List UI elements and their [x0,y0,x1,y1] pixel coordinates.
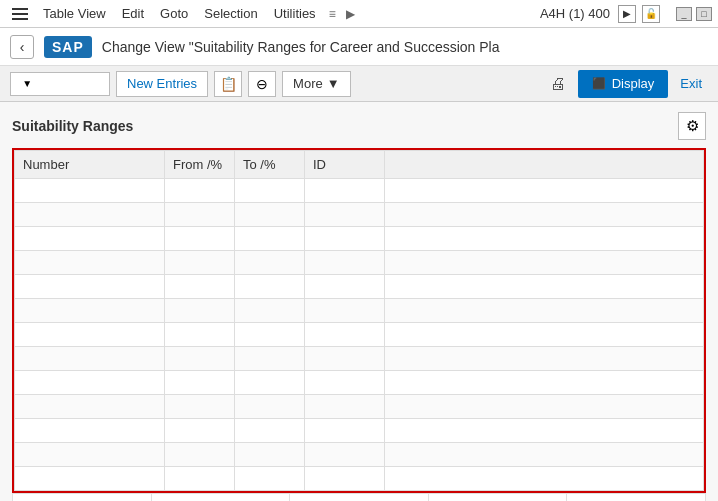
table-row[interactable] [15,467,704,491]
cell-number [15,179,165,203]
cell-from [165,203,235,227]
menu-forward-arrow: ▶ [342,7,359,21]
cell-id [305,323,385,347]
cell-number [15,227,165,251]
new-entries-label: New Entries [127,76,197,91]
cell-extra [385,227,704,251]
maximize-btn[interactable]: □ [696,7,712,21]
cell-to [235,179,305,203]
cell-to [235,299,305,323]
lock-btn[interactable]: 🔓 [642,5,660,23]
cell-extra [385,203,704,227]
more-chevron-icon: ▼ [327,76,340,91]
menu-goto[interactable]: Goto [153,3,195,24]
cell-extra [385,275,704,299]
cell-from [165,443,235,467]
cell-extra [385,347,704,371]
cell-id [305,347,385,371]
cell-number [15,299,165,323]
cell-from [165,419,235,443]
menu-utilities[interactable]: Utilities [267,3,323,24]
col-header-to: To /% [235,151,305,179]
cell-extra [385,179,704,203]
back-button[interactable]: ‹ [10,35,34,59]
col-header-extra [385,151,704,179]
play-btn[interactable]: ▶ [618,5,636,23]
cell-to [235,251,305,275]
exit-button[interactable]: Exit [674,71,708,97]
system-info: A4H (1) 400 ▶ 🔓 _ □ [540,5,712,23]
cell-id [305,419,385,443]
cell-to [235,395,305,419]
table-row[interactable] [15,251,704,275]
dropdown-value [15,77,18,91]
table-row[interactable] [15,395,704,419]
display-label: Display [612,76,655,91]
settings-button[interactable]: ⚙ [678,112,706,140]
copy-icon: 📋 [220,76,237,92]
page-title: Change View "Suitability Ranges for Care… [102,39,500,55]
content-area: Suitability Ranges ⚙ Number From /% To /… [0,102,718,501]
cell-from [165,467,235,491]
window-controls: _ □ [676,7,712,21]
cell-to [235,323,305,347]
cell-to [235,419,305,443]
cell-id [305,251,385,275]
cell-number [15,203,165,227]
cell-id [305,275,385,299]
cell-number [15,395,165,419]
cell-extra [385,443,704,467]
hamburger-menu[interactable] [6,4,34,24]
cell-to [235,467,305,491]
cell-number [15,347,165,371]
table-row[interactable] [15,275,704,299]
cell-from [165,227,235,251]
extra-cell-rest [567,494,706,502]
more-label: More [293,76,323,91]
table-row[interactable] [15,227,704,251]
table-row[interactable] [15,443,704,467]
table-row[interactable] [15,371,704,395]
cell-from [165,347,235,371]
cell-from [165,395,235,419]
cell-id [305,443,385,467]
title-bar: ‹ SAP Change View "Suitability Ranges fo… [0,28,718,66]
table-row[interactable] [15,419,704,443]
cell-id [305,179,385,203]
table-row[interactable] [15,179,704,203]
table-row[interactable] [15,203,704,227]
section-header: Suitability Ranges ⚙ [12,112,706,140]
extra-cell-id [428,494,567,502]
extra-rows-table [12,493,706,501]
new-entries-button[interactable]: New Entries [116,71,208,97]
cell-extra [385,299,704,323]
table-row[interactable] [15,299,704,323]
cell-to [235,275,305,299]
cell-number [15,275,165,299]
col-header-from: From /% [165,151,235,179]
cell-to [235,443,305,467]
more-button[interactable]: More ▼ [282,71,351,97]
delete-icon-btn[interactable]: ⊖ [248,71,276,97]
col-header-number: Number [15,151,165,179]
cell-extra [385,251,704,275]
table-row[interactable] [15,347,704,371]
sap-logo: SAP [44,36,92,58]
cell-number [15,323,165,347]
menu-more-arrow: ≡ [325,7,340,21]
print-button[interactable]: 🖨 [544,71,572,97]
cell-number [15,251,165,275]
menu-selection[interactable]: Selection [197,3,264,24]
extra-cell-from [151,494,290,502]
menu-edit[interactable]: Edit [115,3,151,24]
suitability-table: Number From /% To /% ID [14,150,704,491]
toolbar: ▼ New Entries 📋 ⊖ More ▼ 🖨 ⬛ Display Exi… [0,66,718,102]
view-dropdown[interactable]: ▼ [10,72,110,96]
menu-table-view[interactable]: Table View [36,3,113,24]
copy-icon-btn[interactable]: 📋 [214,71,242,97]
table-row[interactable] [15,323,704,347]
exit-label: Exit [680,76,702,91]
extra-table-row[interactable] [13,494,706,502]
display-button[interactable]: ⬛ Display [578,70,669,98]
minimize-btn[interactable]: _ [676,7,692,21]
